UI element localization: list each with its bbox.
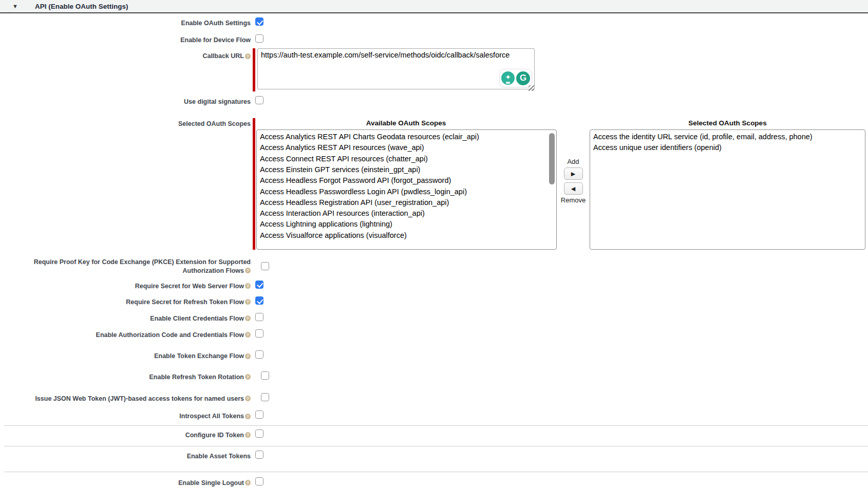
- require-pkce-label: Require Proof Key for Code Exchange (PKC…: [34, 258, 251, 274]
- enable-device-flow-checkbox[interactable]: [255, 34, 263, 43]
- enable-refresh-token-rotation-checkbox[interactable]: [261, 371, 269, 380]
- enable-token-exchange-checkbox[interactable]: [255, 350, 263, 359]
- enable-client-credentials-checkbox[interactable]: [255, 313, 263, 321]
- row-introspect-all-tokens: Introspect All Tokens?: [0, 410, 868, 420]
- configure-id-token-checkbox[interactable]: [255, 430, 263, 438]
- row-callback-url: Callback URL? https://auth-test.example.…: [0, 48, 868, 91]
- enable-token-exchange-label: Enable Token Exchange Flow: [154, 352, 244, 360]
- row-configure-id-token: Configure ID Token?: [0, 430, 868, 439]
- add-scope-button[interactable]: ▶: [564, 167, 583, 180]
- list-item[interactable]: Access Headless Forgot Password API (for…: [257, 175, 556, 186]
- row-require-secret-web-server: Require Secret for Web Server Flow?: [0, 281, 868, 290]
- row-use-digital-signatures: Use digital signatures: [0, 96, 868, 106]
- required-field-bar: [253, 48, 255, 91]
- list-item[interactable]: Access Interaction API resources (intera…: [257, 208, 556, 219]
- section-divider: [4, 472, 868, 472]
- list-item[interactable]: Access Analytics REST API Charts Geodata…: [257, 132, 556, 142]
- enable-oauth-settings-label: Enable OAuth Settings: [181, 20, 251, 27]
- remove-scope-button[interactable]: ◀: [564, 182, 583, 195]
- collapse-section-icon[interactable]: ▼: [12, 4, 18, 9]
- require-secret-refresh-token-help-icon[interactable]: ?: [245, 299, 251, 305]
- list-item[interactable]: Access Analytics REST API resources (wav…: [257, 142, 556, 153]
- introspect-all-tokens-help-icon[interactable]: ?: [245, 414, 251, 419]
- enable-auth-code-credentials-checkbox[interactable]: [255, 329, 263, 338]
- available-scopes-listbox[interactable]: Access Analytics REST API Charts Geodata…: [256, 129, 557, 250]
- enable-single-logout-checkbox[interactable]: [255, 477, 263, 486]
- list-item[interactable]: Access Connect REST API resources (chatt…: [257, 154, 556, 164]
- row-enable-token-exchange: Enable Token Exchange Flow?: [0, 350, 868, 360]
- add-label: Add: [567, 157, 579, 166]
- enable-token-exchange-help-icon[interactable]: ?: [245, 353, 251, 359]
- require-secret-web-server-label: Require Secret for Web Server Flow: [135, 282, 244, 289]
- require-secret-refresh-token-checkbox[interactable]: [255, 296, 263, 305]
- enable-refresh-token-rotation-help-icon[interactable]: ?: [245, 374, 251, 380]
- selected-scopes-listbox[interactable]: Access the identity URL service (id, pro…: [590, 129, 865, 250]
- callback-url-help-icon[interactable]: ?: [245, 53, 251, 59]
- row-enable-asset-tokens: Enable Asset Tokens: [0, 451, 868, 460]
- enable-oauth-settings-checkbox[interactable]: [255, 17, 263, 26]
- enable-client-credentials-label: Enable Client Credentials Flow: [150, 315, 244, 322]
- list-item[interactable]: Access Lightning applications (lightning…: [257, 219, 556, 230]
- oauth-settings-form: Enable OAuth Settings Enable for Device …: [0, 13, 868, 487]
- list-item[interactable]: Access the identity URL service (id, pro…: [590, 132, 865, 142]
- use-digital-signatures-label: Use digital signatures: [184, 98, 251, 105]
- enable-single-logout-label: Enable Single Logout: [178, 479, 244, 486]
- enable-auth-code-credentials-help-icon[interactable]: ?: [245, 332, 251, 338]
- enable-single-logout-help-icon[interactable]: ?: [245, 480, 251, 486]
- selected-scopes-title: Selected OAuth Scopes: [590, 118, 865, 129]
- row-require-pkce: Require Proof Key for Code Exchange (PKC…: [0, 257, 868, 274]
- configure-id-token-help-icon[interactable]: ?: [245, 432, 251, 438]
- use-digital-signatures-checkbox[interactable]: [255, 96, 263, 104]
- row-oauth-scopes: Selected OAuth Scopes Available OAuth Sc…: [0, 118, 868, 250]
- row-issue-jwt-tokens: Issue JSON Web Token (JWT)-based access …: [0, 393, 868, 403]
- list-item[interactable]: Access unique user identifiers (openid): [590, 142, 865, 153]
- enable-asset-tokens-checkbox[interactable]: [255, 451, 263, 459]
- section-header: ▼ API (Enable OAuth Settings): [0, 0, 868, 13]
- issue-jwt-tokens-label: Issue JSON Web Token (JWT)-based access …: [35, 395, 244, 402]
- row-enable-device-flow: Enable for Device Flow: [0, 34, 868, 44]
- enable-device-flow-label: Enable for Device Flow: [180, 36, 251, 43]
- require-pkce-checkbox[interactable]: [261, 262, 269, 270]
- suggestion-lightbulb-icon[interactable]: [501, 71, 515, 85]
- configure-id-token-label: Configure ID Token: [185, 432, 244, 439]
- enable-client-credentials-help-icon[interactable]: ?: [245, 315, 251, 321]
- introspect-all-tokens-label: Introspect All Tokens: [179, 413, 244, 420]
- list-item[interactable]: Access Headless Passwordless Login API (…: [257, 186, 556, 197]
- section-title: API (Enable OAuth Settings): [35, 3, 128, 10]
- row-require-secret-refresh-token: Require Secret for Refresh Token Flow?: [0, 296, 868, 306]
- section-divider: [4, 446, 868, 446]
- issue-jwt-tokens-help-icon[interactable]: ?: [245, 396, 251, 401]
- list-item[interactable]: Access Visualforce applications (visualf…: [257, 230, 556, 241]
- row-enable-single-logout: Enable Single Logout?: [0, 477, 868, 487]
- textarea-resize-handle[interactable]: [529, 85, 534, 91]
- available-scopes-title: Available OAuth Scopes: [255, 118, 557, 129]
- grammarly-widget: G: [499, 69, 532, 87]
- scrollbar-thumb[interactable]: [549, 133, 555, 184]
- callback-url-label: Callback URL: [202, 52, 244, 60]
- introspect-all-tokens-checkbox[interactable]: [255, 410, 263, 419]
- row-enable-refresh-token-rotation: Enable Refresh Token Rotation?: [0, 371, 868, 381]
- row-enable-oauth-settings: Enable OAuth Settings: [0, 17, 868, 27]
- issue-jwt-tokens-checkbox[interactable]: [261, 393, 269, 401]
- enable-asset-tokens-label: Enable Asset Tokens: [187, 453, 251, 460]
- remove-label: Remove: [561, 196, 586, 204]
- require-secret-refresh-token-label: Require Secret for Refresh Token Flow: [126, 298, 244, 306]
- callback-url-input[interactable]: https://auth-test.example.com/self-servi…: [257, 48, 535, 89]
- row-enable-client-credentials: Enable Client Credentials Flow?: [0, 313, 868, 323]
- enable-auth-code-credentials-label: Enable Authorization Code and Credential…: [96, 331, 244, 338]
- section-divider: [4, 425, 868, 426]
- list-item[interactable]: Access Einstein GPT services (einstein_g…: [257, 164, 556, 175]
- selected-oauth-scopes-label: Selected OAuth Scopes: [178, 120, 251, 127]
- enable-refresh-token-rotation-label: Enable Refresh Token Rotation: [149, 374, 244, 381]
- row-enable-auth-code-credentials: Enable Authorization Code and Credential…: [0, 329, 868, 339]
- require-secret-web-server-help-icon[interactable]: ?: [245, 283, 251, 289]
- grammarly-icon[interactable]: G: [516, 71, 530, 85]
- require-pkce-help-icon[interactable]: ?: [245, 268, 251, 273]
- list-item[interactable]: Access Headless Registration API (user_r…: [257, 197, 556, 208]
- require-secret-web-server-checkbox[interactable]: [255, 281, 263, 289]
